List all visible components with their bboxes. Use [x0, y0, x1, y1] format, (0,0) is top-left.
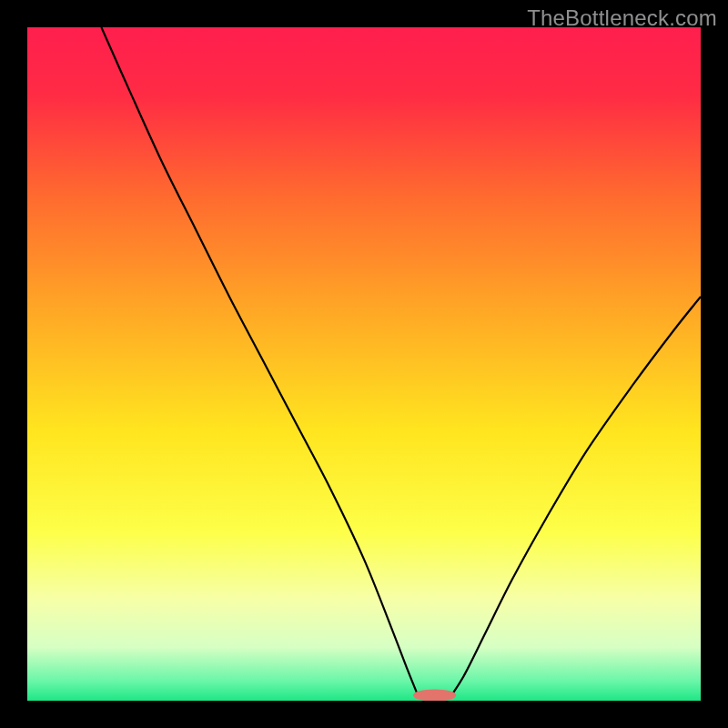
chart-frame	[27, 27, 701, 701]
chart-background	[27, 27, 701, 701]
bottleneck-chart	[27, 27, 701, 701]
